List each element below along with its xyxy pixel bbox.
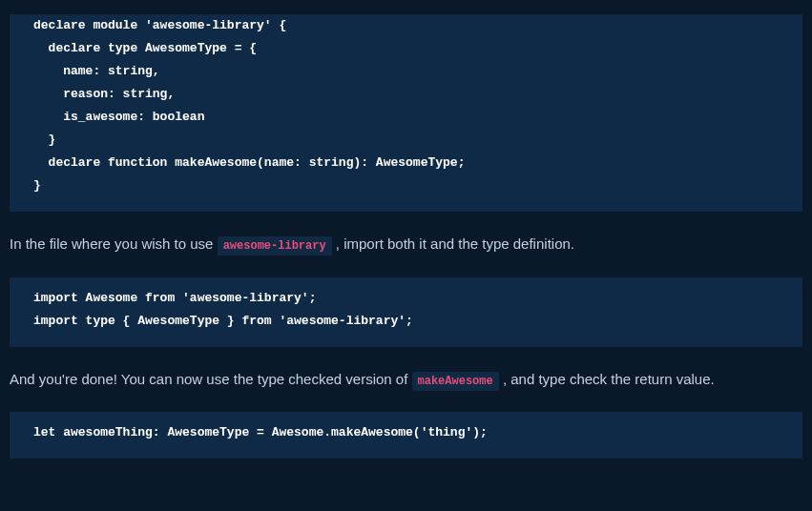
text-after: , and type check the return value. [503,371,715,387]
paragraph-import-instruction: In the file where you wish to use awesom… [10,233,802,256]
inline-code-function: makeAwesome [412,372,499,391]
paragraph-done: And you're done! You can now use the typ… [10,368,802,391]
inline-code-library: awesome-library [218,236,332,256]
code-block-imports: import Awesome from 'awesome-library'; i… [10,277,802,347]
code-block-module-declaration: declare module 'awesome-library' { decla… [10,14,802,212]
code-block-usage: let awesomeThing: AwesomeType = Awesome.… [10,412,802,459]
text-after: , import both it and the type definition… [336,235,574,252]
text-before: And you're done! You can now use the typ… [10,371,412,387]
text-before: In the file where you wish to use [10,235,218,252]
